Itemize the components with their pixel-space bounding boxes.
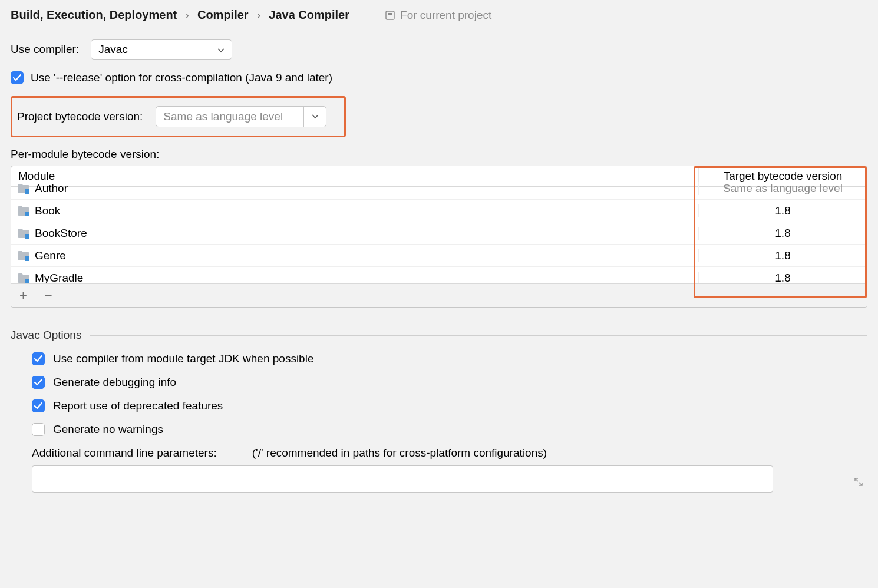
no-warnings-checkbox[interactable] [32,423,45,436]
table-row[interactable]: Book1.8 [11,200,867,222]
module-cell: BookStore [11,227,698,240]
opt-use-module-jdk: Use compiler from module target JDK when… [32,352,867,365]
additional-params-label: Additional command line parameters: [32,447,217,460]
per-module-label: Per-module bytecode version: [11,148,867,161]
header-row: Build, Execution, Deployment › Compiler … [11,8,867,22]
use-compiler-label: Use compiler: [11,43,79,56]
use-compiler-value: Javac [98,43,128,56]
module-folder-icon [17,206,30,216]
table-row[interactable]: Genre1.8 [11,245,867,267]
use-module-jdk-checkbox[interactable] [32,352,45,365]
project-bytecode-row: Project bytecode version: Same as langua… [11,96,346,137]
use-module-jdk-label: Use compiler from module target JDK when… [53,352,313,365]
svg-rect-1 [388,13,392,15]
svg-rect-4 [25,234,29,239]
no-warnings-label: Generate no warnings [53,423,163,436]
opt-no-warnings: Generate no warnings [32,423,867,436]
use-compiler-row: Use compiler: Javac [11,39,867,60]
table-body: AuthorSame as language levelBook1.8BookS… [11,177,867,283]
scope-indicator: For current project [385,9,491,22]
project-scope-icon [385,10,395,21]
svg-rect-0 [386,11,394,19]
module-bytecode-table: Module Target bytecode version AuthorSam… [11,166,867,308]
svg-rect-6 [25,279,29,283]
module-folder-icon [17,183,30,194]
target-bytecode-cell[interactable]: 1.8 [698,204,867,217]
release-option-row: Use '--release' option for cross-compila… [11,71,867,84]
module-name: MyGradle [35,272,83,284]
target-bytecode-cell[interactable]: Same as language level [698,182,867,195]
deprecated-checkbox[interactable] [32,399,45,412]
javac-options-section: Javac Options [11,329,867,342]
release-option-label: Use '--release' option for cross-compila… [31,71,332,84]
module-folder-icon [17,273,30,283]
chevron-down-icon[interactable] [303,107,326,127]
chevron-right-icon: › [257,8,261,22]
add-row-button[interactable]: + [19,289,27,302]
breadcrumb-level-2[interactable]: Compiler [197,8,249,22]
module-name: Author [35,182,68,195]
module-cell: MyGradle [11,272,698,284]
opt-debug-info: Generate debugging info [32,376,867,389]
table-row[interactable]: MyGradle1.8 [11,267,867,283]
svg-rect-3 [25,212,29,216]
debug-info-label: Generate debugging info [53,376,176,389]
javac-options-title: Javac Options [11,329,81,342]
module-cell: Genre [11,249,698,262]
module-folder-icon [17,250,30,261]
scope-label: For current project [400,9,491,22]
project-bytecode-select[interactable]: Same as language level [156,106,326,127]
use-compiler-select[interactable]: Javac [91,39,232,60]
module-name: Book [35,204,60,217]
additional-params-input[interactable] [32,465,773,493]
chevron-right-icon: › [185,8,189,22]
debug-info-checkbox[interactable] [32,376,45,389]
table-row[interactable]: AuthorSame as language level [11,177,867,200]
additional-params-row: Additional command line parameters: ('/'… [11,447,867,460]
release-option-checkbox[interactable] [11,71,24,84]
chevron-down-icon [217,43,225,56]
table-row[interactable]: BookStore1.8 [11,222,867,245]
target-bytecode-cell[interactable]: 1.8 [698,227,867,240]
additional-params-wrap [11,465,867,493]
breadcrumb-level-1[interactable]: Build, Execution, Deployment [11,8,177,22]
divider-line [90,335,867,336]
module-folder-icon [17,228,30,239]
additional-params-hint: ('/' recommended in paths for cross-plat… [252,447,547,460]
deprecated-label: Report use of deprecated features [53,399,223,412]
table-toolbar: + − [11,283,867,307]
module-cell: Author [11,182,698,195]
remove-row-button[interactable]: − [45,289,52,302]
target-bytecode-cell[interactable]: 1.8 [698,249,867,262]
breadcrumb-level-3: Java Compiler [269,8,349,22]
project-bytecode-value: Same as language level [156,107,303,127]
svg-rect-5 [25,256,29,261]
module-name: Genre [35,249,66,262]
target-bytecode-cell[interactable]: 1.8 [698,272,867,284]
expand-icon[interactable] [854,476,863,489]
breadcrumb: Build, Execution, Deployment › Compiler … [11,8,349,22]
module-cell: Book [11,204,698,217]
svg-rect-2 [25,189,29,194]
module-name: BookStore [35,227,87,240]
project-bytecode-label: Project bytecode version: [17,110,143,123]
javac-options-group: Use compiler from module target JDK when… [11,352,867,436]
opt-deprecated: Report use of deprecated features [32,399,867,412]
